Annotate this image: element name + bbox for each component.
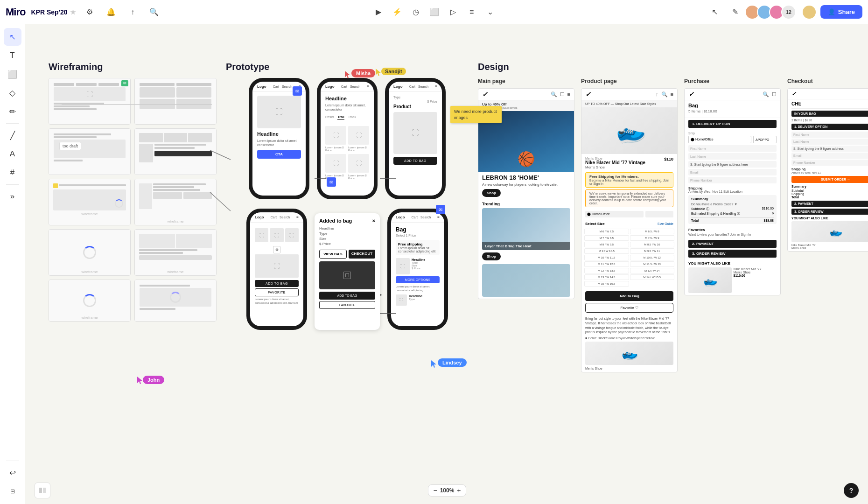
svg-rect-8 (39, 488, 42, 493)
submit-order-btn[interactable]: SUBMIT ORDER → (791, 176, 868, 183)
checkout-phone[interactable]: Phone Number (791, 160, 868, 166)
canvas[interactable]: Wireframing ✉ ⛶ (25, 24, 868, 504)
phone-2-body: Lorem ipsum dolor sit amet, consectetur (325, 103, 369, 112)
order-review-header: 3. ORDER REVIEW (688, 250, 777, 258)
more-options-btn[interactable]: MORE OPTIONS (396, 276, 440, 283)
wf-cell-9[interactable]: wireframe (49, 280, 131, 322)
select-tool[interactable]: ↖ (4, 28, 21, 46)
wf-cell-1[interactable]: ✉ ⛶ (49, 78, 131, 125)
search-icon-main[interactable]: 🔍 (551, 91, 557, 98)
cart-icon-main[interactable]: ☐ (560, 91, 565, 98)
checkout-lastname[interactable]: Last Name (791, 139, 868, 145)
more-tools[interactable]: » (4, 188, 21, 205)
phone-4-add-btn[interactable]: ADD TO BAG (255, 280, 299, 287)
order-summary: Summary Do you have a Promo Code? ▼ Subt… (688, 195, 777, 224)
checkout-review-label: 3. ORDER REVIEW (791, 209, 868, 215)
phone-1-body: Lorem ipsum dolor sit amet, consectetur (257, 139, 301, 147)
menu-icon-main[interactable]: ≡ (567, 91, 570, 98)
board-title: KPR Sep'20 ★ (31, 8, 76, 16)
address-field[interactable]: S. Start typing the 9 figure address her… (688, 161, 777, 168)
view-bag-btn[interactable]: VIEW BAG (319, 250, 347, 259)
line-tool[interactable]: ╱ (4, 126, 21, 144)
trending-title: Trending (482, 202, 570, 206)
wf-cell-5[interactable]: wireframe (49, 179, 131, 225)
phone-3-image: ⛶ (393, 112, 437, 154)
sidebar-panel[interactable]: ⊟ (4, 483, 21, 500)
bag-popup-fav[interactable]: FAVORITE (319, 301, 375, 309)
bag-popup-close[interactable]: × (372, 218, 375, 224)
wf-cell-3[interactable]: too draft (49, 128, 131, 175)
trending-shop-btn[interactable]: Shop (482, 252, 501, 260)
phone-field[interactable]: Phone Number (688, 177, 777, 183)
help-button[interactable]: ? (844, 483, 859, 498)
shop-btn[interactable]: Shop (482, 189, 501, 197)
size-guide-link[interactable]: Size Guide (658, 222, 673, 225)
upload-icon[interactable]: ↑ (125, 4, 140, 20)
nike-logo-purchase: ✓ (688, 91, 694, 98)
more-options-icon[interactable]: ≡ (463, 4, 480, 21)
color-info: ■ Color: Black/Game Royal/White/Speed Ye… (581, 336, 677, 342)
avatar-count[interactable]: 12 (781, 5, 796, 20)
email-field[interactable]: Email (688, 169, 777, 175)
font-tool[interactable]: A (4, 145, 21, 163)
design-col-purchase: Purchase ✓ 🔍 ☐ Bag 5 Items | $118.00 (684, 78, 781, 372)
lastname-field[interactable]: Last Name (688, 153, 777, 160)
design-col-checkout: Checkout ✓ CHE IN YOUR BAG 2 Items | $22… (787, 78, 868, 372)
phone-3-type-label: Type (393, 96, 437, 99)
phone-4-fav-btn[interactable]: FAVORITE (255, 288, 299, 296)
share-button[interactable]: 👤 Share (820, 5, 862, 19)
firstname-field[interactable]: First Name (688, 145, 777, 152)
fav-btn[interactable]: Favorite ♡ (585, 303, 673, 313)
zoom-level: 100% (440, 487, 455, 494)
wf-cell-2[interactable] (134, 78, 217, 125)
phone-3-screen: Logo CartSearch ≡ Type $ Price Product ⛶… (389, 82, 442, 196)
green-sticky-badge: ✉ (121, 80, 128, 86)
sidebar-toggle-btn[interactable] (35, 483, 50, 498)
sandjit-cursor: Sandjit (376, 69, 382, 79)
checkout-btn[interactable]: CHECKOUT (349, 250, 375, 259)
checkout-firstname[interactable]: First Name (791, 132, 868, 138)
wf-cell-4[interactable] (134, 128, 217, 175)
wf-cell-6[interactable]: wireframe (134, 179, 217, 225)
text-tool[interactable]: T (4, 47, 21, 64)
shape-tool[interactable]: ◇ (4, 84, 21, 102)
search-icon[interactable]: 🔍 (146, 4, 162, 20)
phone-2-nav: Logo CartSearch ≡ (321, 82, 374, 92)
wf-cell-7[interactable]: wireframe (49, 229, 131, 276)
collab-icon[interactable]: ✎ (727, 4, 744, 21)
wf-cell-8[interactable]: wireframe (134, 229, 217, 276)
zoom-minus-btn[interactable]: − (433, 487, 437, 494)
phone-1-cta[interactable]: CTA (257, 150, 301, 159)
lindsey-cursor: Lindsey (431, 360, 438, 371)
add-to-bag-btn[interactable]: Add to Bag (585, 291, 673, 301)
note-tool[interactable]: ⬜ (4, 65, 21, 83)
lightning-icon[interactable]: ⚡ (389, 4, 406, 21)
avatar-self[interactable] (802, 5, 817, 20)
star-icon[interactable]: ★ (70, 8, 76, 16)
expand-icon[interactable]: ⌄ (482, 4, 499, 21)
wf-cell-10[interactable] (134, 280, 217, 322)
hashtag-tool[interactable]: # (4, 164, 21, 182)
design-title: Design (478, 62, 868, 72)
zoom-plus-btn[interactable]: + (457, 487, 461, 494)
phone-2-headline: Headline (325, 96, 369, 101)
screen-icon[interactable]: ⬜ (426, 4, 443, 21)
design-columns: Main page ✓ 🔍 ☐ ≡ Up to 40% Off (478, 78, 868, 372)
nike-logo-main: ✓ (482, 91, 488, 98)
phone-3-add-btn[interactable]: ADD TO BAG (393, 157, 437, 165)
shoe-name: Nike Blazer Mid '77 Vintage (585, 160, 645, 165)
settings-icon[interactable]: ⚙ (82, 4, 98, 20)
delivery-option-label: 1. DELIVERY OPTION (791, 124, 868, 130)
zoom-controls: − 100% + (428, 484, 466, 497)
present-icon[interactable]: ▷ (445, 4, 462, 21)
checkout-email[interactable]: Email (791, 153, 868, 159)
notifications-icon[interactable]: 🔔 (103, 4, 119, 20)
pen-tool[interactable]: ✏ (4, 103, 21, 120)
undo-tool[interactable]: ↩ (4, 464, 21, 482)
cursor-tool-icon[interactable]: ↖ (707, 4, 723, 21)
forward-icon[interactable]: ▶ (370, 4, 387, 21)
bag-popup-add[interactable]: ADD TO BAG (319, 292, 375, 300)
checkout-address[interactable]: S. Start typing the 9 figure address (791, 146, 868, 152)
clock-icon[interactable]: ◷ (407, 4, 424, 21)
free-shipping-note: Free Shipping for Members. Become a Nike… (585, 172, 673, 188)
